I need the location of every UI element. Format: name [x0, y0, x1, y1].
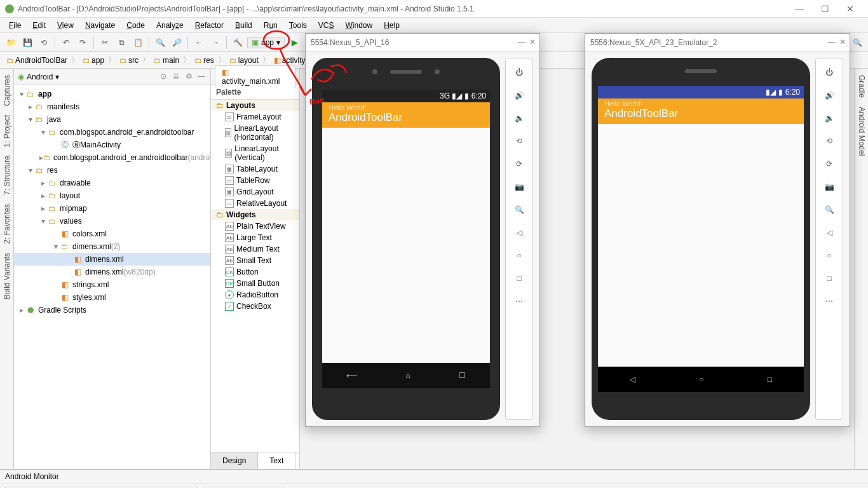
palette-item[interactable]: AbPlain TextView [211, 220, 299, 232]
menu-file[interactable]: File [4, 20, 26, 31]
gear-icon[interactable]: ⚙ [184, 72, 194, 82]
palette-item[interactable]: AbLarge Text [211, 232, 299, 243]
tab-text[interactable]: Text [258, 452, 295, 469]
rotate-right-icon[interactable]: ⟳ [820, 155, 838, 173]
gutter-build-variants[interactable]: Build Variants [1, 250, 12, 302]
gutter-gradle[interactable]: Gradle [856, 72, 867, 100]
emu-min-icon[interactable]: — [518, 37, 526, 46]
gutter-project[interactable]: 1: Project [1, 112, 12, 150]
breadcrumb-item[interactable]: 🗀layout [227, 56, 261, 65]
menu-analyze[interactable]: Analyze [151, 20, 189, 31]
menu-edit[interactable]: Edit [27, 20, 51, 31]
volume-up-icon[interactable]: 🔊 [510, 86, 528, 104]
emu-close-icon[interactable]: ✕ [839, 37, 846, 46]
collapse-all-icon[interactable]: ⇊ [171, 72, 181, 82]
back-icon[interactable]: ← [192, 36, 206, 50]
maximize-button[interactable]: ☐ [812, 4, 837, 14]
camera-icon[interactable]: 📷 [820, 178, 838, 196]
gutter-favorites[interactable]: 2: Favorites [1, 201, 12, 247]
save-icon[interactable]: 💾 [20, 36, 34, 50]
menu-help[interactable]: Help [379, 20, 405, 31]
emulator-2-screen[interactable]: ▮◢ ▮ 6:20 Hello World! AndroidToolBar ◁ … [598, 86, 804, 392]
menu-view[interactable]: View [52, 20, 79, 31]
back-icon[interactable]: ◁ [510, 224, 528, 241]
palette-item[interactable]: OKButton [211, 266, 299, 278]
volume-up-icon[interactable]: 🔊 [820, 86, 838, 104]
scroll-from-source-icon[interactable]: ⊙ [158, 72, 168, 82]
tree-node-app[interactable]: ▾🗀app [14, 88, 210, 100]
power-icon[interactable]: ⏻ [510, 64, 528, 81]
emulator-2-title[interactable]: 5556:Nexus_5X_API_23_Emulator_2 [585, 34, 850, 51]
menu-tools[interactable]: Tools [284, 20, 312, 31]
forward-icon[interactable]: → [208, 36, 222, 50]
paste-icon[interactable]: 📋 [131, 36, 145, 50]
home-icon[interactable]: ○ [820, 247, 838, 264]
palette-item[interactable]: ▭FrameLayout [211, 111, 299, 123]
zoom-icon[interactable]: 🔍 [510, 201, 528, 219]
palette-item[interactable]: ✓CheckBox [211, 301, 299, 312]
tree-node-dimens-group[interactable]: ▾🗀dimens.xml (2) [14, 240, 210, 253]
more-icon[interactable]: ⋯ [510, 292, 528, 310]
menu-refactor[interactable]: Refactor [190, 20, 229, 31]
more-icon[interactable]: ⋯ [820, 292, 838, 310]
zoom-icon[interactable]: 🔍 [820, 201, 838, 219]
search-everywhere-icon[interactable]: 🔍 [850, 36, 864, 50]
rotate-left-icon[interactable]: ⟲ [510, 132, 528, 150]
menu-run[interactable]: Run [259, 20, 283, 31]
volume-down-icon[interactable]: 🔉 [510, 109, 528, 127]
palette-item[interactable]: AbMedium Text [211, 243, 299, 255]
emulator-window-1[interactable]: 5554:Nexus_5_API_16 — ✕ 3G ▮◢ ▮ 6:20 Hel… [305, 33, 540, 427]
breadcrumb-item[interactable]: 🗀src [117, 56, 141, 65]
emulator-1-title[interactable]: 5554:Nexus_5_API_16 [306, 34, 539, 51]
emu-close-icon[interactable]: ✕ [529, 37, 536, 46]
palette-item[interactable]: ●RadioButton [211, 289, 299, 301]
replace-icon[interactable]: 🔎 [170, 36, 184, 50]
tree-node-package[interactable]: ▾🗀com.blogspot.android_er.androidtoolbar [14, 126, 210, 139]
tree-node-colors[interactable]: ◧colors.xml [14, 227, 210, 240]
breadcrumb-item[interactable]: 🗀app [80, 56, 107, 65]
tree-node-manifests[interactable]: ▸🗀manifests [14, 100, 210, 113]
nav-home-icon[interactable]: ⌂ [405, 371, 410, 380]
palette-item[interactable]: AbSmall Text [211, 255, 299, 266]
back-icon[interactable]: ◁ [820, 224, 838, 241]
nav-home-icon[interactable]: ○ [699, 375, 703, 384]
find-icon[interactable]: 🔍 [153, 36, 167, 50]
palette-item[interactable]: ▤LinearLayout (Vertical) [211, 143, 299, 163]
hide-icon[interactable]: — [196, 72, 207, 82]
tree-node-values[interactable]: ▾🗀values [14, 215, 210, 227]
sync-icon[interactable]: ⟲ [37, 36, 51, 50]
close-button[interactable]: ✕ [837, 4, 863, 14]
gutter-captures[interactable]: Captures [1, 72, 12, 109]
run-button[interactable]: ▶ [287, 36, 301, 50]
breadcrumb-item[interactable]: 🗀res [192, 56, 217, 65]
menu-code[interactable]: Code [121, 20, 150, 31]
tree-node-drawable[interactable]: ▸🗀drawable [14, 177, 210, 189]
nav-back-icon[interactable]: ◁ [630, 375, 635, 384]
gutter-android-model[interactable]: Android Model [856, 104, 867, 158]
cut-icon[interactable]: ✂ [98, 36, 112, 50]
tree-node-dimens2[interactable]: ◧dimens.xml (w820dp) [14, 266, 210, 278]
tree-node-strings[interactable]: ◧strings.xml [14, 278, 210, 291]
tab-design[interactable]: Design [211, 452, 258, 469]
tree-node-res[interactable]: ▾🗀res [14, 164, 210, 177]
tree-node-gradle[interactable]: ▸⬣Gradle Scripts [14, 304, 210, 316]
project-view-selector[interactable]: Android [27, 72, 53, 81]
tree-node-styles[interactable]: ◧styles.xml [14, 291, 210, 304]
rotate-right-icon[interactable]: ⟳ [510, 155, 528, 173]
redo-icon[interactable]: ↷ [76, 36, 90, 50]
palette-item[interactable]: ▭RelativeLayout [211, 198, 299, 209]
open-icon[interactable]: 📁 [4, 36, 18, 50]
menu-navigate[interactable]: Navigate [80, 20, 120, 31]
gutter-structure[interactable]: 7: Structure [1, 153, 12, 198]
emulator-1-screen[interactable]: 3G ▮◢ ▮ 6:20 Hello World! AndroidToolBar [322, 90, 490, 363]
emu-min-icon[interactable]: — [828, 37, 836, 46]
tree-node-package-test[interactable]: ▸🗀com.blogspot.android_er.androidtoolbar… [14, 151, 210, 164]
editor-tab-activity-main[interactable]: ◧ activity_main.xml [215, 65, 295, 88]
nav-recents-icon[interactable]: ☐ [459, 371, 466, 380]
home-icon[interactable]: ○ [510, 247, 528, 264]
menu-build[interactable]: Build [230, 20, 257, 31]
tree-node-dimens1[interactable]: ◧dimens.xml [14, 253, 210, 266]
volume-down-icon[interactable]: 🔉 [820, 109, 838, 127]
palette-group-layouts[interactable]: 🗀Layouts [211, 100, 299, 111]
chevron-down-icon[interactable]: ▾ [55, 72, 59, 81]
